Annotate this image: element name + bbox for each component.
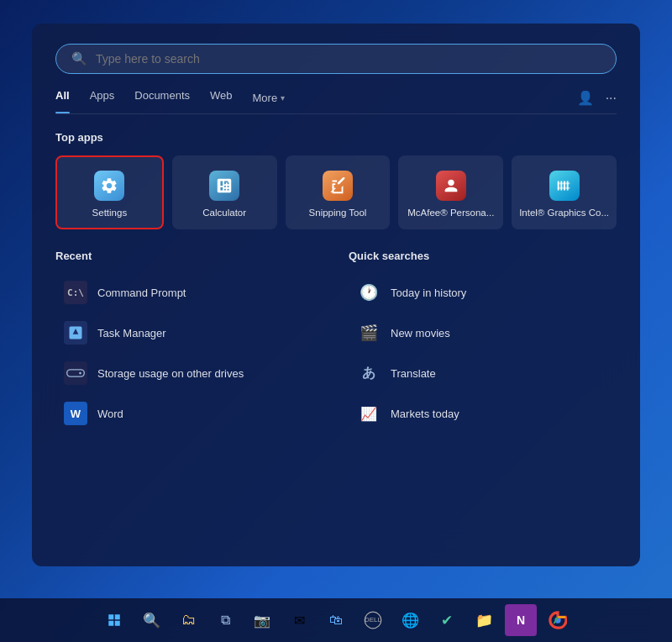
word-icon: W [64, 402, 87, 425]
top-apps-grid: Settings Calculator Snipping Tool [55, 155, 617, 229]
taskmanager-label: Task Manager [97, 327, 166, 339]
quick-item-markets[interactable]: 📈 Markets today [349, 395, 617, 432]
intel-icon [549, 171, 580, 201]
svg-rect-1 [67, 370, 85, 376]
recent-list: C:\ Command Prompt Task Manager [55, 274, 323, 432]
top-apps-section: Top apps Settings Calculator [55, 131, 617, 229]
mcafee-icon [436, 171, 466, 201]
quick-item-movies[interactable]: 🎬 New movies [349, 314, 617, 351]
taskbar-dell[interactable]: DELL [357, 604, 389, 636]
tab-apps[interactable]: Apps [90, 89, 115, 107]
bottom-section: Recent C:\ Command Prompt Task Manager [55, 250, 617, 432]
word-label: Word [97, 408, 123, 420]
tab-web[interactable]: Web [210, 89, 233, 107]
calculator-label: Calculator [202, 208, 246, 218]
chevron-down-icon: ▾ [281, 93, 285, 103]
account-icon[interactable]: 👤 [577, 90, 594, 106]
recent-item-cmd[interactable]: C:\ Command Prompt [55, 274, 323, 311]
recent-item-storage[interactable]: Storage usage on other drives [55, 355, 323, 392]
start-menu: 🔍 All Apps Documents Web More ▾ 👤 ··· To… [32, 24, 640, 566]
task-manager-icon [64, 321, 87, 345]
taskbar-folder[interactable]: 📁 [468, 604, 500, 636]
taskbar-edge[interactable]: 🌐 [394, 604, 426, 636]
history-icon: 🕐 [357, 281, 381, 304]
intel-label: Intel® Graphics Co... [519, 208, 609, 218]
nav-right-icons: 👤 ··· [577, 90, 617, 106]
search-input[interactable] [96, 52, 601, 66]
svg-point-0 [448, 180, 454, 186]
quick-item-translate[interactable]: あ Translate [349, 355, 617, 392]
snipping-label: Snipping Tool [309, 208, 367, 218]
taskbar-mail[interactable]: ✉ [283, 604, 315, 636]
taskbar: 🔍 🗂 ⧉ 📷 ✉ 🛍 DELL 🌐 ✔ 📁 N [0, 598, 672, 642]
taskbar-camera[interactable]: 📷 [246, 604, 278, 636]
ellipsis-icon[interactable]: ··· [606, 91, 617, 106]
recent-title: Recent [55, 250, 323, 262]
app-tile-settings[interactable]: Settings [55, 155, 164, 229]
tab-all[interactable]: All [55, 89, 70, 107]
taskbar-taskview[interactable]: ⧉ [209, 604, 241, 636]
top-apps-title: Top apps [55, 131, 617, 144]
recent-item-word[interactable]: W Word [55, 395, 323, 432]
movies-label: New movies [391, 327, 450, 339]
search-bar[interactable]: 🔍 [55, 44, 617, 74]
quick-searches-title: Quick searches [349, 250, 617, 262]
taskbar-windows[interactable] [98, 604, 130, 636]
app-tile-snipping[interactable]: Snipping Tool [286, 155, 391, 229]
cmd-icon: C:\ [64, 281, 87, 304]
markets-icon: 📈 [357, 402, 381, 425]
settings-icon [94, 171, 124, 201]
recent-item-taskmanager[interactable]: Task Manager [55, 314, 323, 351]
quick-searches-section: Quick searches 🕐 Today in history 🎬 New … [349, 250, 617, 432]
taskbar-files[interactable]: 🗂 [172, 604, 204, 636]
nav-tabs: All Apps Documents Web More ▾ 👤 ··· [55, 89, 617, 114]
calculator-icon [209, 171, 239, 201]
mcafee-label: McAfee® Persona... [407, 208, 494, 218]
settings-label: Settings [92, 208, 128, 218]
svg-text:DELL: DELL [365, 616, 381, 624]
taskbar-search[interactable]: 🔍 [135, 604, 167, 636]
tab-more[interactable]: More ▾ [253, 92, 286, 104]
quick-list: 🕐 Today in history 🎬 New movies あ Transl… [349, 274, 617, 432]
svg-point-2 [79, 372, 81, 375]
snipping-icon [323, 171, 353, 201]
taskbar-store[interactable]: 🛍 [320, 604, 352, 636]
storage-icon [64, 361, 87, 385]
taskbar-chrome[interactable] [542, 604, 574, 636]
taskbar-todo[interactable]: ✔ [431, 604, 463, 636]
translate-icon: あ [357, 361, 381, 385]
app-tile-intel[interactable]: Intel® Graphics Co... [512, 155, 617, 229]
movies-icon: 🎬 [357, 321, 381, 345]
quick-item-history[interactable]: 🕐 Today in history [349, 274, 617, 311]
recent-section: Recent C:\ Command Prompt Task Manager [55, 250, 323, 432]
translate-label: Translate [391, 367, 436, 380]
taskbar-onenote[interactable]: N [505, 604, 537, 636]
app-tile-calculator[interactable]: Calculator [172, 155, 277, 229]
search-icon: 🔍 [71, 51, 87, 66]
markets-label: Markets today [391, 408, 459, 420]
cmd-label: Command Prompt [97, 287, 186, 299]
storage-label: Storage usage on other drives [97, 367, 244, 380]
app-tile-mcafee[interactable]: McAfee® Persona... [398, 155, 503, 229]
tab-documents[interactable]: Documents [134, 89, 190, 107]
history-label: Today in history [391, 287, 466, 299]
